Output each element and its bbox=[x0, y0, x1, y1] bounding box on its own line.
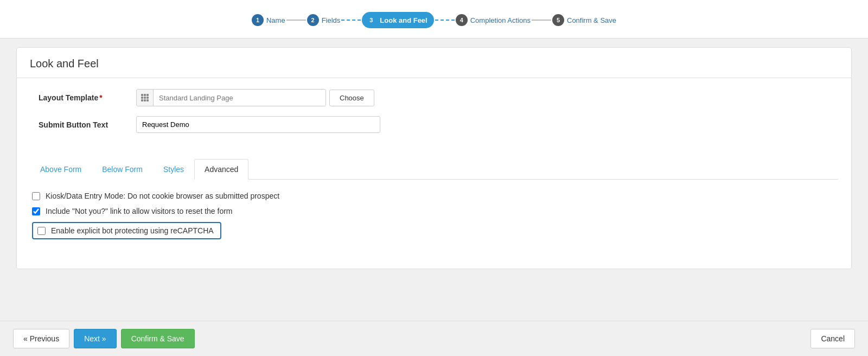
submit-button-text-input[interactable] bbox=[136, 116, 380, 133]
confirm-save-button[interactable]: Confirm & Save bbox=[121, 329, 195, 348]
step-completion-label: Completion Actions bbox=[470, 16, 531, 24]
main-content-card: Look and Feel Layout Template* Choose bbox=[16, 47, 852, 269]
layout-template-label: Layout Template* bbox=[39, 93, 136, 102]
step-look-feel[interactable]: 3 Look and Feel bbox=[362, 12, 433, 28]
step-fields[interactable]: 2 Fields bbox=[307, 14, 341, 26]
layout-template-input-group bbox=[136, 89, 326, 106]
step-name-bubble: 1 bbox=[252, 14, 264, 26]
step-connector-1 bbox=[286, 20, 306, 21]
kiosk-mode-row: Kiosk/Data Entry Mode: Do not cookie bro… bbox=[32, 192, 836, 200]
submit-button-text-row: Submit Button Text bbox=[39, 116, 829, 133]
choose-button[interactable]: Choose bbox=[329, 90, 374, 106]
not-you-checkbox[interactable] bbox=[32, 207, 40, 215]
kiosk-mode-label: Kiosk/Data Entry Mode: Do not cookie bro… bbox=[46, 192, 279, 200]
cancel-button[interactable]: Cancel bbox=[810, 329, 855, 348]
step-look-feel-label: Look and Feel bbox=[380, 16, 427, 24]
step-name-label: Name bbox=[266, 16, 285, 24]
step-fields-bubble: 2 bbox=[307, 14, 319, 26]
layout-template-input[interactable] bbox=[154, 90, 326, 106]
step-fields-label: Fields bbox=[322, 16, 341, 24]
step-name[interactable]: 1 Name bbox=[252, 14, 285, 26]
grid-icon bbox=[137, 90, 154, 106]
tab-styles[interactable]: Styles bbox=[153, 159, 194, 180]
recaptcha-checkbox[interactable] bbox=[37, 227, 46, 235]
previous-button[interactable]: « Previous bbox=[13, 329, 69, 348]
tab-below-form[interactable]: Below Form bbox=[92, 159, 153, 180]
page-title: Look and Feel bbox=[17, 48, 851, 78]
step-completion-bubble: 4 bbox=[456, 14, 468, 26]
not-you-row: Include "Not you?" link to allow visitor… bbox=[32, 207, 836, 215]
submit-button-text-label: Submit Button Text bbox=[39, 120, 136, 129]
tab-content-advanced: Kiosk/Data Entry Mode: Do not cookie bro… bbox=[17, 180, 851, 258]
recaptcha-highlighted-row: Enable explicit bot protecting using reC… bbox=[32, 222, 221, 239]
not-you-label: Include "Not you?" link to allow visitor… bbox=[46, 207, 233, 215]
wizard-steps: 1 Name 2 Fields 3 Look and Feel 4 Comple… bbox=[0, 0, 868, 39]
step-connector-3 bbox=[435, 20, 455, 21]
step-completion-actions[interactable]: 4 Completion Actions bbox=[456, 14, 531, 26]
tab-advanced[interactable]: Advanced bbox=[194, 159, 248, 180]
kiosk-mode-checkbox[interactable] bbox=[32, 192, 40, 200]
next-button[interactable]: Next » bbox=[74, 329, 116, 348]
step-connector-2 bbox=[341, 20, 361, 21]
required-marker: * bbox=[99, 93, 102, 102]
step-connector-4 bbox=[532, 20, 551, 21]
step-look-feel-bubble: 3 bbox=[365, 14, 377, 26]
form-section: Layout Template* Choose Submit Button Te… bbox=[17, 78, 851, 154]
recaptcha-label: Enable explicit bot protecting using reC… bbox=[51, 226, 214, 235]
tab-bar: Above Form Below Form Styles Advanced bbox=[30, 159, 838, 180]
footer-bar: « Previous Next » Confirm & Save Cancel bbox=[0, 321, 868, 356]
step-confirm-bubble: 5 bbox=[552, 14, 564, 26]
layout-template-row: Layout Template* Choose bbox=[39, 89, 829, 106]
step-confirm-save[interactable]: 5 Confirm & Save bbox=[552, 14, 616, 26]
step-confirm-label: Confirm & Save bbox=[567, 16, 616, 24]
tab-above-form[interactable]: Above Form bbox=[30, 159, 92, 180]
